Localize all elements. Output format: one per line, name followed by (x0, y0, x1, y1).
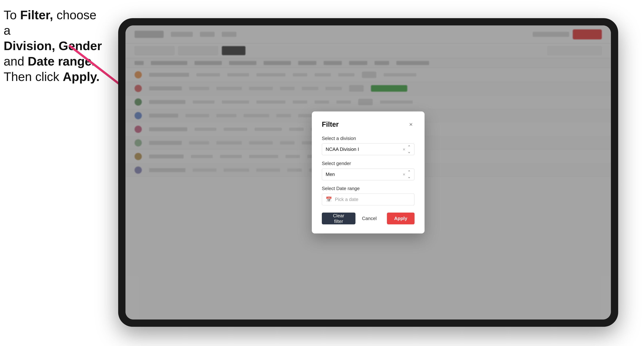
clear-filter-button[interactable]: Clear filter (322, 213, 356, 224)
gender-form-group: Select gender Men × ⌃⌄ (322, 161, 414, 180)
date-label: Select Date range (322, 186, 414, 191)
instruction-line4: Then click Apply. (4, 70, 100, 84)
gender-select[interactable]: Men × ⌃⌄ (322, 169, 414, 180)
gender-select-inner: Men × ⌃⌄ (326, 170, 411, 179)
division-select-inner: NCAA Division I × ⌃⌄ (326, 145, 411, 154)
calendar-icon: 📅 (326, 196, 332, 202)
date-form-group: Select Date range 📅 Pick a date (322, 186, 414, 205)
instruction-line1: To Filter, choose a (4, 8, 96, 37)
apply-button[interactable]: Apply (387, 213, 414, 224)
modal-footer: Clear filter Cancel Apply (322, 213, 414, 224)
instruction-line3: and Date range. (4, 54, 95, 68)
division-form-group: Select a division NCAA Division I × ⌃⌄ (322, 136, 414, 155)
cancel-button[interactable]: Cancel (356, 213, 383, 224)
gender-label: Select gender (322, 161, 414, 166)
footer-right-actions: Cancel Apply (356, 213, 414, 224)
division-arrow-icon[interactable]: ⌃⌄ (408, 145, 411, 154)
division-select-value: NCAA Division I (326, 147, 359, 152)
tablet-screen: Filter × Select a division NCAA Division… (126, 25, 611, 320)
division-select-controls: × ⌃⌄ (403, 145, 411, 154)
instruction-bold-division: Division, Gender (4, 39, 102, 53)
gender-select-value: Men (326, 172, 335, 177)
close-button[interactable]: × (407, 121, 414, 128)
gender-arrow-icon[interactable]: ⌃⌄ (408, 170, 411, 179)
modal-header: Filter × (322, 121, 414, 128)
date-placeholder: Pick a date (335, 197, 358, 202)
gender-select-controls: × ⌃⌄ (403, 170, 411, 179)
filter-modal: Filter × Select a division NCAA Division… (312, 111, 424, 233)
instruction-text: To Filter, choose a Division, Gender and… (4, 7, 106, 84)
division-clear-icon[interactable]: × (403, 147, 405, 152)
modal-title: Filter (322, 121, 339, 128)
division-label: Select a division (322, 136, 414, 141)
division-select[interactable]: NCAA Division I × ⌃⌄ (322, 143, 414, 155)
gender-clear-icon[interactable]: × (403, 172, 405, 177)
tablet-frame: Filter × Select a division NCAA Division… (118, 18, 618, 327)
date-range-input[interactable]: 📅 Pick a date (322, 193, 414, 205)
modal-overlay: Filter × Select a division NCAA Division… (126, 25, 611, 320)
